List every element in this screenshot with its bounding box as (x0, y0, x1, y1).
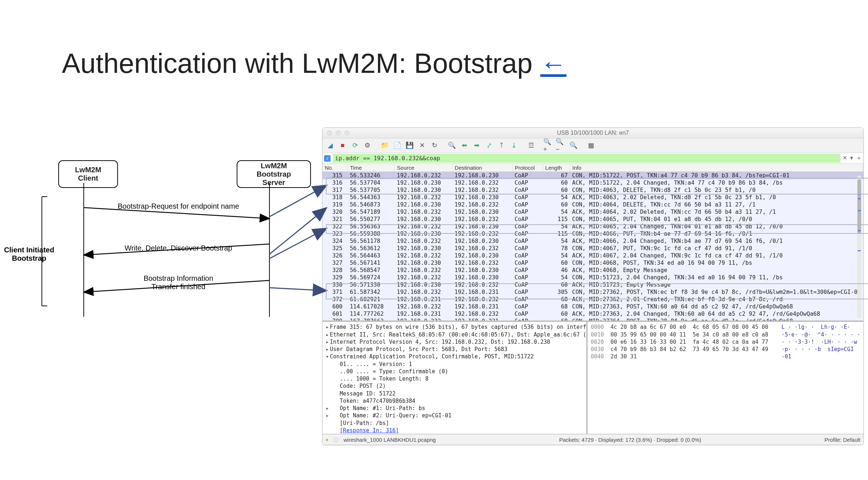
disclosure-icon[interactable]: ▾ (325, 353, 330, 360)
detail-line[interactable]: ▸ Opt Name: #2: Uri-Query: ep=CGI-01 (325, 412, 584, 419)
detail-line[interactable]: 01.. .... = Version: 1 (325, 361, 584, 368)
lower-panes: ▸Frame 315: 67 bytes on wire (536 bits),… (323, 322, 863, 434)
status-filename: wireshark_1000 LANBKHDU1.pcapng (343, 437, 435, 443)
col-dst[interactable]: Destination (452, 164, 512, 172)
slide-title: Authentication with LwM2M: Bootstrap ← (62, 47, 567, 79)
packet-row[interactable]: 32556.563612192.168.0.230192.168.0.232Co… (323, 245, 863, 252)
first-icon[interactable]: ⤒ (496, 140, 507, 151)
response-link[interactable]: [Response In: 316] (340, 427, 399, 434)
page-icon[interactable]: 📄 (392, 140, 403, 151)
packet-row[interactable]: 31956.546873192.168.0.230192.168.0.232Co… (323, 201, 863, 208)
scroll-marker (858, 194, 861, 195)
grid-icon[interactable]: ▦ (585, 140, 596, 151)
disclosure-icon (325, 382, 330, 390)
display-filter-input[interactable] (333, 154, 840, 163)
packet-row[interactable]: 32256.556363192.168.0.232192.168.0.230Co… (323, 223, 863, 230)
msg-transfer-finished: Bootstrap Information Transfer finished (120, 274, 237, 291)
detail-line[interactable]: Code: POST (2) (325, 382, 584, 390)
detail-line[interactable]: [Uri-Path: /bs] (325, 420, 584, 427)
status-packet-stats: Packets: 4729 · Displayed: 172 (3.6%) · … (441, 437, 820, 443)
col-proto[interactable]: Protocol (512, 164, 543, 172)
packet-scrollbar[interactable] (857, 176, 861, 318)
detail-line[interactable]: ▾Constrained Application Protocol, Confi… (325, 353, 584, 360)
disclosure-icon[interactable]: ▸ (325, 331, 330, 338)
status-profile[interactable]: Profile: Default (825, 437, 860, 443)
zoom-out-icon[interactable]: 🔍− (556, 140, 567, 151)
packet-details-pane[interactable]: ▸Frame 315: 67 bytes on wire (536 bits),… (323, 322, 588, 434)
detail-line[interactable]: ▸Ethernet II, Src: RealtekS_68:05:67 (00… (325, 331, 584, 338)
detail-line[interactable]: ▸ Opt Name: #1: Uri-Path: bs (325, 405, 584, 412)
disclosure-icon (325, 368, 330, 375)
filter-add-icon[interactable]: ＋ (856, 154, 862, 162)
back-link[interactable]: ← (540, 49, 567, 78)
save-icon[interactable]: 💾 (404, 140, 415, 151)
detail-line[interactable]: [Response In: 316] (325, 427, 584, 434)
zoom-in-icon[interactable]: 🔍+ (543, 140, 554, 151)
packet-row[interactable]: 32356.559388192.168.0.230192.168.0.232Co… (323, 230, 863, 237)
detail-line[interactable]: ..00 .... = Type: Confirmable (0) (325, 368, 584, 375)
packet-row[interactable]: 32856.568547192.168.0.232192.168.0.230Co… (323, 267, 863, 274)
gear-icon[interactable]: ⚙ (362, 140, 373, 151)
packet-row[interactable]: 601114.777262192.168.0.231192.168.0.232C… (323, 310, 863, 318)
detail-line[interactable]: Message ID: 51722 (325, 390, 584, 397)
col-time[interactable]: Time (348, 164, 395, 172)
msg-write-delete-discover: Write, Delete, Discover Bootstrap (109, 244, 248, 252)
packet-row[interactable]: 32956.569724192.168.0.232192.168.0.230Co… (323, 274, 863, 281)
packet-bytes-pane[interactable]: 0000 4c 20 b8 aa 6c 67 00 e0 4c 68 05 67… (588, 322, 863, 434)
detail-line[interactable]: ▸Internet Protocol Version 4, Src: 192.1… (325, 338, 584, 346)
disclosure-icon[interactable]: ▸ (325, 323, 330, 331)
packet-row[interactable]: 37261.602921192.168.0.231192.168.0.232Co… (323, 296, 863, 303)
status-expert-icon[interactable]: ◌ (334, 436, 338, 443)
fin-icon[interactable]: ◢ (325, 140, 336, 151)
detail-line[interactable]: ▸User Datagram Protocol, Src Port: 5683,… (325, 346, 584, 353)
packet-row[interactable]: 32656.564463192.168.0.232192.168.0.230Co… (323, 252, 863, 259)
packet-row[interactable]: 709167.787663192.168.0.232192.168.0.231C… (323, 318, 863, 322)
disclosure-icon (325, 361, 330, 368)
disclosure-icon[interactable]: ▸ (325, 405, 330, 412)
stop-icon[interactable]: ■ (337, 140, 348, 151)
packet-row[interactable]: 31556.533246192.168.0.232192.168.0.230Co… (323, 172, 863, 180)
reload-icon[interactable]: ↻ (429, 140, 440, 151)
jump-icon[interactable]: ⤤ (484, 140, 494, 151)
packet-row[interactable]: 32456.561178192.168.0.232192.168.0.230Co… (323, 237, 863, 245)
back-icon[interactable]: ⬅ (459, 140, 470, 151)
packet-row[interactable]: 600114.617028192.168.0.232192.168.0.231C… (323, 303, 863, 310)
hex-line[interactable]: 0010 00 35 99 65 00 00 40 11 5e 34 c0 a8… (591, 331, 860, 338)
packet-row[interactable]: 37161.587342192.168.0.232192.168.0.231Co… (323, 288, 863, 296)
detail-line[interactable]: Token: a477c470b986b384 (325, 397, 584, 405)
hex-line[interactable]: 0000 4c 20 b8 aa 6c 67 00 e0 4c 68 05 67… (591, 323, 860, 331)
disclosure-icon (325, 390, 330, 397)
col-len[interactable]: Length (543, 164, 570, 172)
wireshark-toolbar: ◢■⟳⚙📁📄💾✕↻🔍⬅➡⤤⤒⤓☲🔍+🔍−🔍▦ (323, 138, 863, 153)
packet-row[interactable]: 32756.567141192.168.0.230192.168.0.232Co… (323, 259, 863, 267)
folder-icon[interactable]: 📁 (379, 140, 390, 151)
packet-row[interactable]: 31656.537704192.168.0.230192.168.0.232Co… (323, 179, 863, 186)
hex-line[interactable]: 0030 c4 70 b9 86 b3 84 b2 62 73 49 65 70… (591, 346, 860, 353)
zoom-fit-icon[interactable]: 🔍 (568, 140, 579, 151)
scrollbar-thumb[interactable] (857, 179, 861, 234)
filter-dropdown-icon[interactable]: ▾ (850, 154, 853, 162)
filter-clear-icon[interactable]: ✕ (843, 154, 847, 162)
packet-row[interactable]: 31756.537705192.168.0.230192.168.0.232Co… (323, 186, 863, 194)
packet-row[interactable]: 31856.544363192.168.0.232192.168.0.230Co… (323, 194, 863, 201)
col-info[interactable]: Info (570, 164, 863, 172)
col-no[interactable]: No. (323, 164, 348, 172)
search-icon[interactable]: 🔍 (446, 140, 457, 151)
hex-line[interactable]: 0020 00 e6 16 33 16 33 00 21 fa 4c 48 02… (591, 338, 860, 346)
disclosure-icon[interactable]: ▸ (325, 412, 330, 419)
packet-row[interactable]: 32056.547189192.168.0.232192.168.0.230Co… (323, 208, 863, 216)
restart-icon[interactable]: ⟳ (350, 140, 360, 151)
packet-row[interactable]: 33056.571330192.168.0.230192.168.0.232Co… (323, 281, 863, 288)
cols-icon[interactable]: ☲ (526, 140, 537, 151)
packet-row[interactable]: 32156.550277192.168.0.230192.168.0.232Co… (323, 216, 863, 223)
detail-line[interactable]: ▸Frame 315: 67 bytes on wire (536 bits),… (325, 323, 584, 331)
close-icon[interactable]: ✕ (417, 140, 427, 151)
fwd-icon[interactable]: ➡ (471, 140, 482, 151)
hex-line[interactable]: 0040 2d 30 31 -01 (591, 353, 860, 360)
window-title: USB 10/100/1000 LAN: en7 (323, 130, 863, 136)
last-icon[interactable]: ⤓ (508, 140, 519, 151)
col-src[interactable]: Source (395, 164, 453, 172)
detail-line[interactable]: .... 1000 = Token Length: 8 (325, 375, 584, 382)
disclosure-icon[interactable]: ▸ (325, 338, 330, 346)
disclosure-icon[interactable]: ▸ (325, 346, 330, 353)
